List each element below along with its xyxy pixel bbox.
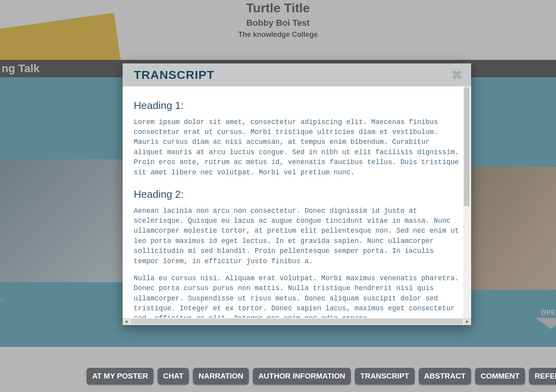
comment-button[interactable]: COMMENT: [475, 368, 525, 384]
close-icon[interactable]: ✖: [451, 68, 462, 82]
scroll-left-icon[interactable]: ◄: [123, 318, 130, 325]
author-information-button[interactable]: AUTHOR INFORMATION: [253, 368, 351, 384]
at-my-poster-button[interactable]: AT MY POSTER: [87, 368, 154, 384]
chat-button[interactable]: CHAT: [158, 368, 189, 384]
scrollbar-track[interactable]: [131, 319, 463, 324]
modal-body[interactable]: Heading 1:Lorem ipsum dolor sit amet, co…: [123, 86, 463, 318]
transcript-heading: Heading 2:: [134, 187, 461, 202]
transcript-paragraph: Lorem ipsum dolor sit amet, consectetur …: [134, 117, 461, 178]
transcript-paragraph: Aenean lacinia non arcu non consectetur.…: [134, 206, 461, 266]
scrollbar-thumb[interactable]: [464, 87, 469, 206]
bottom-button-bar: AT MY POSTER CHAT NARRATION AUTHOR INFOR…: [0, 364, 556, 388]
modal-header: TRANSCRIPT ✖: [123, 63, 471, 86]
modal-title: TRANSCRIPT: [134, 68, 214, 82]
scroll-right-icon[interactable]: ►: [464, 318, 471, 325]
abstract-button[interactable]: ABSTRACT: [419, 368, 471, 384]
transcript-button[interactable]: TRANSCRIPT: [355, 368, 414, 384]
modal-body-wrap: Heading 1:Lorem ipsum dolor sit amet, co…: [123, 86, 471, 325]
narration-button[interactable]: NARRATION: [193, 368, 249, 384]
references-button[interactable]: REFERENCES: [529, 368, 556, 384]
transcript-modal: TRANSCRIPT ✖ Heading 1:Lorem ipsum dolor…: [123, 63, 471, 325]
transcript-heading: Heading 1:: [134, 98, 461, 113]
transcript-paragraph: Nulla eu cursus nisi. Aliquam erat volut…: [134, 273, 461, 318]
vertical-scrollbar[interactable]: [463, 86, 470, 318]
horizontal-scrollbar[interactable]: ◄ ►: [123, 318, 471, 325]
